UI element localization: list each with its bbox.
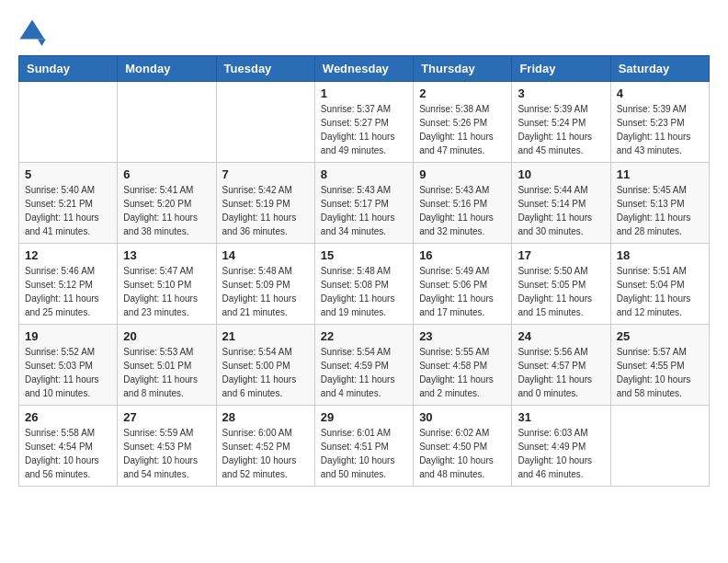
day-info: Sunrise: 5:37 AMSunset: 5:27 PMDaylight:… — [321, 102, 407, 157]
day-info: Sunrise: 5:49 AMSunset: 5:06 PMDaylight:… — [419, 264, 506, 319]
day-info: Sunrise: 5:40 AMSunset: 5:21 PMDaylight:… — [25, 183, 111, 238]
calendar-cell — [216, 82, 314, 163]
calendar-cell: 25Sunrise: 5:57 AMSunset: 4:55 PMDayligh… — [610, 325, 709, 406]
day-info: Sunrise: 6:00 AMSunset: 4:52 PMDaylight:… — [222, 426, 309, 481]
day-info: Sunrise: 5:39 AMSunset: 5:24 PMDaylight:… — [518, 102, 604, 157]
calendar-cell: 26Sunrise: 5:58 AMSunset: 4:54 PMDayligh… — [19, 406, 118, 487]
day-info: Sunrise: 5:45 AMSunset: 5:13 PMDaylight:… — [617, 183, 703, 238]
day-number: 6 — [123, 167, 210, 181]
calendar-week-2: 5Sunrise: 5:40 AMSunset: 5:21 PMDaylight… — [19, 163, 710, 244]
column-header-thursday: Thursday — [414, 56, 512, 82]
day-info: Sunrise: 6:03 AMSunset: 4:49 PMDaylight:… — [518, 426, 604, 481]
column-header-sunday: Sunday — [19, 56, 118, 82]
day-info: Sunrise: 5:57 AMSunset: 4:55 PMDaylight:… — [617, 345, 703, 400]
day-info: Sunrise: 5:48 AMSunset: 5:09 PMDaylight:… — [222, 264, 309, 319]
calendar-cell: 18Sunrise: 5:51 AMSunset: 5:04 PMDayligh… — [610, 244, 709, 325]
day-number: 17 — [518, 248, 604, 262]
day-info: Sunrise: 5:39 AMSunset: 5:23 PMDaylight:… — [617, 102, 703, 157]
day-number: 30 — [419, 410, 506, 424]
day-number: 1 — [321, 86, 407, 100]
calendar-cell: 24Sunrise: 5:56 AMSunset: 4:57 PMDayligh… — [512, 325, 610, 406]
column-header-tuesday: Tuesday — [216, 56, 314, 82]
svg-marker-0 — [20, 20, 45, 40]
calendar-cell: 31Sunrise: 6:03 AMSunset: 4:49 PMDayligh… — [512, 406, 610, 487]
calendar-cell: 21Sunrise: 5:54 AMSunset: 5:00 PMDayligh… — [216, 325, 314, 406]
calendar-cell — [118, 82, 216, 163]
day-number: 20 — [123, 329, 210, 343]
column-header-friday: Friday — [512, 56, 610, 82]
calendar-cell: 29Sunrise: 6:01 AMSunset: 4:51 PMDayligh… — [314, 406, 413, 487]
calendar-cell: 28Sunrise: 6:00 AMSunset: 4:52 PMDayligh… — [216, 406, 314, 487]
day-info: Sunrise: 5:51 AMSunset: 5:04 PMDaylight:… — [617, 264, 703, 319]
day-info: Sunrise: 5:56 AMSunset: 4:57 PMDaylight:… — [518, 345, 604, 400]
logo — [18, 18, 50, 46]
day-number: 8 — [321, 167, 407, 181]
day-info: Sunrise: 5:38 AMSunset: 5:26 PMDaylight:… — [419, 102, 506, 157]
calendar-cell: 15Sunrise: 5:48 AMSunset: 5:08 PMDayligh… — [314, 244, 413, 325]
calendar-cell: 20Sunrise: 5:53 AMSunset: 5:01 PMDayligh… — [118, 325, 216, 406]
day-number: 23 — [419, 329, 506, 343]
day-info: Sunrise: 5:41 AMSunset: 5:20 PMDaylight:… — [123, 183, 210, 238]
day-number: 5 — [25, 167, 111, 181]
day-number: 11 — [617, 167, 703, 181]
day-number: 27 — [123, 410, 210, 424]
calendar-table: SundayMondayTuesdayWednesdayThursdayFrid… — [18, 55, 710, 487]
day-info: Sunrise: 5:59 AMSunset: 4:53 PMDaylight:… — [123, 426, 210, 481]
calendar-cell: 8Sunrise: 5:43 AMSunset: 5:17 PMDaylight… — [314, 163, 413, 244]
column-header-monday: Monday — [118, 56, 216, 82]
day-info: Sunrise: 5:55 AMSunset: 4:58 PMDaylight:… — [419, 345, 506, 400]
day-number: 16 — [419, 248, 506, 262]
svg-marker-1 — [38, 40, 46, 47]
calendar-cell: 22Sunrise: 5:54 AMSunset: 4:59 PMDayligh… — [314, 325, 413, 406]
day-info: Sunrise: 6:01 AMSunset: 4:51 PMDaylight:… — [321, 426, 407, 481]
column-header-wednesday: Wednesday — [314, 56, 413, 82]
day-number: 22 — [321, 329, 407, 343]
day-number: 28 — [222, 410, 309, 424]
calendar-cell — [610, 406, 709, 487]
day-info: Sunrise: 5:46 AMSunset: 5:12 PMDaylight:… — [25, 264, 111, 319]
day-number: 9 — [419, 167, 506, 181]
day-info: Sunrise: 5:44 AMSunset: 5:14 PMDaylight:… — [518, 183, 604, 238]
calendar-cell: 16Sunrise: 5:49 AMSunset: 5:06 PMDayligh… — [414, 244, 512, 325]
day-info: Sunrise: 5:50 AMSunset: 5:05 PMDaylight:… — [518, 264, 604, 319]
day-info: Sunrise: 6:02 AMSunset: 4:50 PMDaylight:… — [419, 426, 506, 481]
day-number: 4 — [617, 86, 703, 100]
calendar-cell: 17Sunrise: 5:50 AMSunset: 5:05 PMDayligh… — [512, 244, 610, 325]
day-number: 29 — [321, 410, 407, 424]
calendar-cell: 1Sunrise: 5:37 AMSunset: 5:27 PMDaylight… — [314, 82, 413, 163]
day-info: Sunrise: 5:48 AMSunset: 5:08 PMDaylight:… — [321, 264, 407, 319]
calendar-week-3: 12Sunrise: 5:46 AMSunset: 5:12 PMDayligh… — [19, 244, 710, 325]
calendar-cell: 6Sunrise: 5:41 AMSunset: 5:20 PMDaylight… — [118, 163, 216, 244]
day-number: 24 — [518, 329, 604, 343]
calendar-cell: 12Sunrise: 5:46 AMSunset: 5:12 PMDayligh… — [19, 244, 118, 325]
calendar-cell: 23Sunrise: 5:55 AMSunset: 4:58 PMDayligh… — [414, 325, 512, 406]
calendar-cell: 10Sunrise: 5:44 AMSunset: 5:14 PMDayligh… — [512, 163, 610, 244]
day-info: Sunrise: 5:42 AMSunset: 5:19 PMDaylight:… — [222, 183, 309, 238]
day-number: 31 — [518, 410, 604, 424]
day-info: Sunrise: 5:53 AMSunset: 5:01 PMDaylight:… — [123, 345, 210, 400]
day-info: Sunrise: 5:54 AMSunset: 4:59 PMDaylight:… — [321, 345, 407, 400]
page-header — [18, 18, 710, 46]
day-number: 7 — [222, 167, 309, 181]
logo-icon — [18, 18, 46, 46]
day-number: 2 — [419, 86, 506, 100]
calendar-cell — [19, 82, 118, 163]
day-number: 26 — [25, 410, 111, 424]
calendar-week-1: 1Sunrise: 5:37 AMSunset: 5:27 PMDaylight… — [19, 82, 710, 163]
day-number: 15 — [321, 248, 407, 262]
day-info: Sunrise: 5:54 AMSunset: 5:00 PMDaylight:… — [222, 345, 309, 400]
day-number: 19 — [25, 329, 111, 343]
day-number: 18 — [617, 248, 703, 262]
calendar-cell: 5Sunrise: 5:40 AMSunset: 5:21 PMDaylight… — [19, 163, 118, 244]
day-number: 13 — [123, 248, 210, 262]
calendar-week-5: 26Sunrise: 5:58 AMSunset: 4:54 PMDayligh… — [19, 406, 710, 487]
day-info: Sunrise: 5:43 AMSunset: 5:17 PMDaylight:… — [321, 183, 407, 238]
calendar-cell: 11Sunrise: 5:45 AMSunset: 5:13 PMDayligh… — [610, 163, 709, 244]
day-info: Sunrise: 5:47 AMSunset: 5:10 PMDaylight:… — [123, 264, 210, 319]
day-number: 14 — [222, 248, 309, 262]
day-number: 3 — [518, 86, 604, 100]
day-info: Sunrise: 5:52 AMSunset: 5:03 PMDaylight:… — [25, 345, 111, 400]
calendar-cell: 2Sunrise: 5:38 AMSunset: 5:26 PMDaylight… — [414, 82, 512, 163]
day-number: 25 — [617, 329, 703, 343]
day-info: Sunrise: 5:43 AMSunset: 5:16 PMDaylight:… — [419, 183, 506, 238]
